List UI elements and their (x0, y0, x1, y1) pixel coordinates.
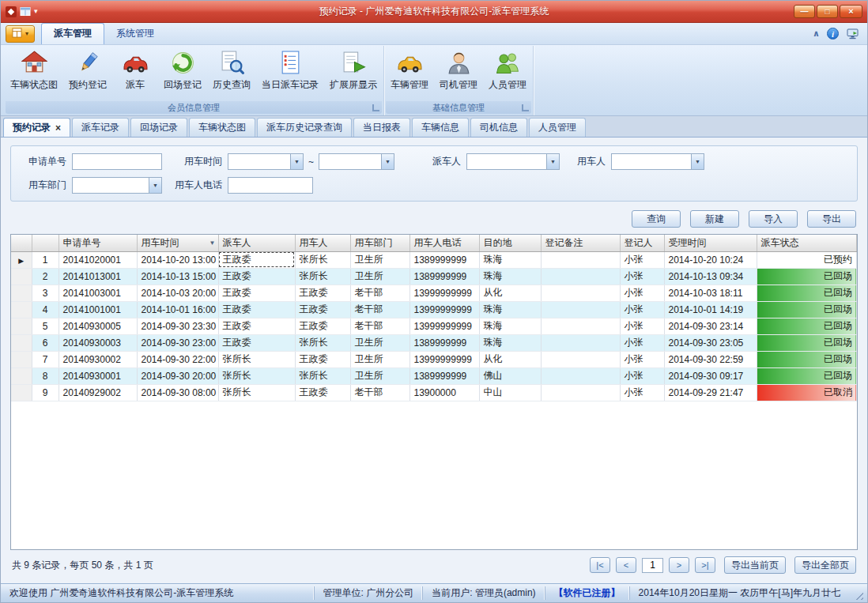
ribbon-button-screen[interactable]: 扩展屏显示 (324, 47, 383, 100)
grid-cell[interactable]: 1389999999 (409, 251, 479, 268)
export-all-pages-button[interactable]: 导出全部页 (794, 556, 856, 574)
use-time-to-combo[interactable]: ▼ (319, 153, 394, 170)
grid-cell[interactable]: 20141013001 (58, 268, 137, 285)
grid-cell[interactable]: 卫生所 (350, 268, 409, 285)
chevron-down-icon[interactable]: ▼ (290, 154, 303, 169)
grid-cell[interactable]: 王政委 (218, 285, 295, 301)
grid-column-header[interactable]: 用车时间▼ (137, 235, 218, 251)
resize-grip[interactable] (853, 590, 863, 600)
import-button[interactable]: 导入 (749, 210, 798, 228)
grid-cell[interactable] (541, 268, 620, 285)
chevron-down-icon[interactable]: ▼ (691, 154, 704, 169)
grid-cell[interactable]: 张所长 (295, 334, 350, 351)
grid-cell[interactable]: 13900000 (409, 384, 479, 401)
grid-cell[interactable]: 20140929002 (58, 384, 137, 401)
table-row[interactable]: ▶1201410200012014-10-20 13:00王政委张所长卫生所13… (11, 251, 857, 268)
grid-cell[interactable]: 2014-10-13 15:00 (137, 268, 218, 285)
grid-cell[interactable]: 王政委 (295, 285, 350, 301)
table-row[interactable]: 3201410030012014-10-03 20:00王政委王政委老干部139… (11, 285, 857, 301)
grid-cell[interactable]: 2014-10-20 13:00 (137, 251, 218, 268)
grid-cell[interactable]: 小张 (620, 367, 664, 384)
grid-cell[interactable]: 从化 (479, 351, 541, 367)
grid-cell[interactable]: 张所长 (218, 384, 295, 401)
grid-column-header[interactable]: 用车部门 (350, 235, 409, 251)
column-filter-icon[interactable]: ▼ (209, 239, 216, 247)
grid-cell[interactable]: 王政委 (218, 334, 295, 351)
info-icon[interactable]: i (827, 28, 839, 40)
grid-cell[interactable]: 小张 (620, 351, 664, 367)
doc-tab-0[interactable]: 预约记录× (3, 118, 70, 137)
grid-cell[interactable]: 2014-10-01 14:19 (664, 301, 757, 318)
grid-cell[interactable]: 卫生所 (350, 251, 409, 268)
grid-cell[interactable]: 珠海 (479, 334, 541, 351)
doc-tab-4[interactable]: 派车历史记录查询 (257, 118, 352, 137)
page-number-input[interactable] (642, 558, 663, 573)
ribbon-button-list-doc[interactable]: 当日派车记录 (256, 47, 324, 100)
grid-cell[interactable]: 小张 (620, 251, 664, 268)
ribbon-button-pencil[interactable]: 预约登记 (63, 47, 112, 100)
grid-cell[interactable]: 王政委 (295, 384, 350, 401)
grid-cell[interactable]: 老干部 (350, 301, 409, 318)
grid-cell[interactable]: 2014-10-03 18:11 (664, 285, 757, 301)
grid-column-header[interactable]: 目的地 (479, 235, 541, 251)
app-menu-button[interactable]: ▾ (6, 25, 35, 43)
grid-cell[interactable]: 2014-10-20 10:24 (664, 251, 757, 268)
minimize-button[interactable]: — (794, 5, 815, 18)
ribbon-button-return[interactable]: 回场登记 (158, 47, 207, 100)
grid-cell[interactable]: 2014-09-30 23:30 (137, 318, 218, 334)
apply-no-input[interactable] (72, 153, 162, 170)
grid-cell[interactable]: 1389999999 (409, 367, 479, 384)
grid-cell[interactable]: 王政委 (295, 301, 350, 318)
grid-cell[interactable]: 珠海 (479, 251, 541, 268)
chevron-down-icon[interactable]: ▼ (149, 178, 161, 193)
collapse-ribbon-icon[interactable]: ∧ (813, 29, 820, 38)
grid-cell[interactable]: 张所长 (218, 351, 295, 367)
ribbon-button-driver[interactable]: 司机管理 (434, 47, 483, 100)
grid-cell[interactable]: 王政委 (218, 318, 295, 334)
grid-cell[interactable]: 佛山 (479, 367, 541, 384)
ribbon-button-history-search[interactable]: 历史查询 (207, 47, 256, 100)
ribbon-button-house[interactable]: 车辆状态图 (5, 47, 63, 100)
grid-cell[interactable]: 20141020001 (58, 251, 137, 268)
grid-cell[interactable]: 13999999999 (409, 285, 479, 301)
grid-cell[interactable]: 20141001001 (58, 301, 137, 318)
grid-cell[interactable] (541, 318, 620, 334)
grid-cell[interactable]: 张所长 (295, 268, 350, 285)
grid-cell[interactable]: 1389999999 (409, 268, 479, 285)
grid-cell[interactable] (541, 334, 620, 351)
last-page-button[interactable]: >| (695, 557, 715, 573)
grid-cell[interactable]: 老干部 (350, 318, 409, 334)
grid-cell[interactable] (541, 384, 620, 401)
grid-cell[interactable]: 2014-10-03 20:00 (137, 285, 218, 301)
next-page-button[interactable]: > (669, 557, 689, 573)
ribbon-tab-0[interactable]: 派车管理 (41, 23, 104, 44)
doc-tab-5[interactable]: 当日报表 (353, 118, 410, 137)
grid-cell[interactable]: 13999999999 (409, 301, 479, 318)
ribbon-button-car-red[interactable]: 派车 (112, 47, 158, 100)
grid-column-header[interactable]: 申请单号 (58, 235, 137, 251)
grid-column-header[interactable]: 派车状态 (757, 235, 857, 251)
grid-cell[interactable]: 1389999999 (409, 334, 479, 351)
grid-cell[interactable]: 小张 (620, 285, 664, 301)
quick-access-caret-icon[interactable]: ▾ (34, 8, 38, 15)
grid-cell[interactable]: 2014-09-30 22:00 (137, 351, 218, 367)
grid-cell[interactable]: 2014-10-01 16:00 (137, 301, 218, 318)
grid-cell[interactable]: 珠海 (479, 301, 541, 318)
grid-column-header[interactable]: 受理时间 (664, 235, 757, 251)
phone-input[interactable] (228, 177, 313, 194)
grid-cell[interactable]: 20140930001 (58, 367, 137, 384)
user-combo[interactable]: ▼ (611, 153, 704, 170)
grid-cell[interactable]: 2014-09-30 23:14 (664, 318, 757, 334)
prev-page-button[interactable]: < (616, 557, 636, 573)
first-page-button[interactable]: |< (590, 557, 610, 573)
grid-column-header[interactable] (32, 235, 58, 251)
dialog-launcher-icon[interactable] (372, 104, 379, 111)
table-row[interactable]: 6201409300032014-09-30 23:00王政委张所长卫生所138… (11, 334, 857, 351)
grid-cell[interactable]: 王政委 (295, 318, 350, 334)
grid-cell[interactable]: 张所长 (295, 251, 350, 268)
grid-cell[interactable]: 20141003001 (58, 285, 137, 301)
grid-cell[interactable]: 2014-09-30 23:00 (137, 334, 218, 351)
doc-tab-3[interactable]: 车辆状态图 (189, 118, 255, 137)
table-row[interactable]: 8201409300012014-09-30 20:00张所长张所长卫生所138… (11, 367, 857, 384)
maximize-button[interactable]: □ (817, 5, 838, 18)
